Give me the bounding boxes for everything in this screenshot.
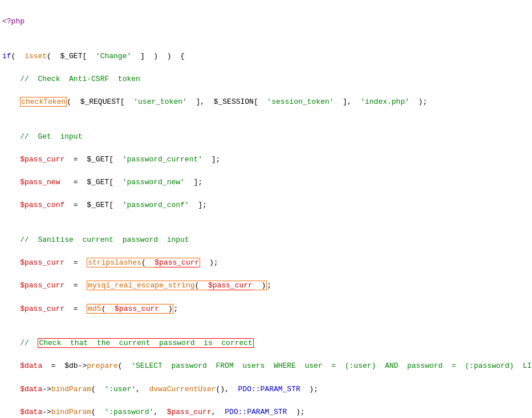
line-13: $pass_curr = stripslashes( $pass_curr ); bbox=[2, 257, 530, 269]
line-4: // Check Anti-CSRF token bbox=[2, 74, 530, 85]
line-8: $pass_curr = $_GET[ 'password_current' ]… bbox=[2, 154, 530, 165]
line-15: $pass_curr = md5( $pass_curr ); bbox=[2, 303, 530, 315]
line-3: if( isset( $_GET[ 'Change' ] ) ) { bbox=[2, 51, 530, 62]
line-14: $pass_curr = mysql_real_escape_string( $… bbox=[2, 280, 530, 291]
line-10: $pass_conf = $_GET[ 'password_conf' ]; bbox=[2, 200, 530, 211]
line-5: checkToken( $_REQUEST[ 'user_token' ], $… bbox=[2, 96, 530, 108]
line-12: // Sanitise current password input bbox=[2, 234, 530, 246]
line-9: $pass_new = $_GET[ 'password_new' ]; bbox=[2, 177, 530, 188]
line-1: <?php bbox=[2, 16, 530, 27]
line-19: $data->bindParam( ':user', dvwaCurrentUs… bbox=[2, 384, 530, 395]
code-editor: <?php if( isset( $_GET[ 'Change' ] ) ) {… bbox=[0, 0, 532, 418]
line-20: $data->bindParam( ':password', $pass_cur… bbox=[2, 407, 530, 418]
line-17: // Check that the current password is co… bbox=[2, 338, 530, 349]
line-18: $data = $db->prepare( 'SELECT password F… bbox=[2, 360, 530, 372]
line-7: // Get input bbox=[2, 131, 530, 143]
